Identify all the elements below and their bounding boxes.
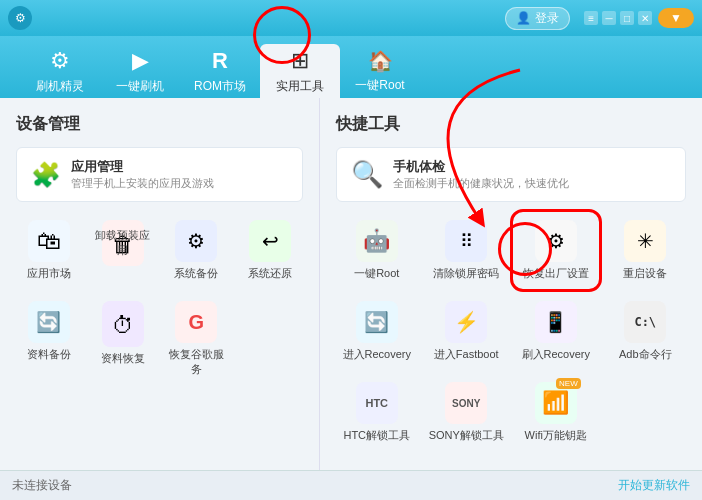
maximize-button[interactable]: □ xyxy=(620,11,634,25)
icon-one-root[interactable]: 🤖 一键Root xyxy=(336,214,418,287)
restore-icon-box: ↩ xyxy=(249,220,291,262)
icon-uninstall[interactable]: 🗑 卸载预装应用 xyxy=(90,214,156,287)
health-title: 手机体检 xyxy=(393,158,569,176)
device-status: 未连接设备 xyxy=(12,477,72,494)
app-management-card[interactable]: 🧩 应用管理 管理手机上安装的应用及游戏 xyxy=(16,147,303,202)
main-content: 设备管理 🧩 应用管理 管理手机上安装的应用及游戏 🛍 应用市场 🗑 卸载预装应… xyxy=(0,98,702,470)
icon-factory-reset[interactable]: ⚙ 恢复出厂设置 xyxy=(515,214,597,287)
nav-item-one-click-root[interactable]: 🏠 一键Root xyxy=(340,44,420,98)
health-desc: 全面检测手机的健康状况，快速优化 xyxy=(393,176,569,191)
icon-data-restore[interactable]: ⏱ 资料恢复 xyxy=(90,295,156,383)
icon-enter-fastboot[interactable]: ⚡ 进入Fastboot xyxy=(426,295,508,368)
right-section-title: 快捷工具 xyxy=(336,114,686,135)
icon-enter-recovery[interactable]: 🔄 进入Recovery xyxy=(336,295,418,368)
health-icon: 🔍 xyxy=(351,159,383,190)
icon-sys-restore[interactable]: ↩ 系统还原 xyxy=(237,214,303,287)
nav-item-one-click-flash[interactable]: ▶ 一键刷机 xyxy=(100,44,180,98)
icon-htc-unlock[interactable]: HTC HTC解锁工具 xyxy=(336,376,418,449)
title-bar: ⚙ 👤 登录 ≡ ─ □ ✕ ▼ xyxy=(0,0,702,36)
icon-sys-backup[interactable]: ⚙ 系统备份 xyxy=(164,214,230,287)
adb-icon-box: C:\ xyxy=(624,301,666,343)
puzzle-icon: 🧩 xyxy=(31,161,61,189)
nav-item-practical-tools[interactable]: ⊞ 实用工具 xyxy=(260,44,340,98)
wifi-icon-box: 📶 NEW xyxy=(535,382,577,424)
window-controls: ≡ ─ □ ✕ xyxy=(584,11,652,25)
app-mgmt-title: 应用管理 xyxy=(71,158,214,176)
nav-bar: ⚙ 刷机精灵 ▶ 一键刷机 R ROM市场 ⊞ 实用工具 🏠 一键Root xyxy=(0,36,702,98)
app-mgmt-desc: 管理手机上安装的应用及游戏 xyxy=(71,176,214,191)
app-logo: ⚙ xyxy=(8,6,32,30)
root-icon-box: 🤖 xyxy=(356,220,398,262)
datasave-icon-box: 🔄 xyxy=(28,301,70,343)
icon-adb-cmd[interactable]: C:\ Adb命令行 xyxy=(605,295,687,368)
sony-icon-box: SONY xyxy=(445,382,487,424)
icon-lockscreen-clear[interactable]: ⠿ 清除锁屏密码 xyxy=(426,214,508,287)
icon-wifi-key[interactable]: 📶 NEW Wifi万能钥匙 xyxy=(515,376,597,449)
icon-flash-recovery[interactable]: 📱 刷入Recovery xyxy=(515,295,597,368)
minimize-button[interactable]: ─ xyxy=(602,11,616,25)
icon-reboot-device[interactable]: ✳ 重启设备 xyxy=(605,214,687,287)
reboot-icon-box: ✳ xyxy=(624,220,666,262)
status-bar: 未连接设备 开始更新软件 xyxy=(0,470,702,500)
title-bar-left: ⚙ xyxy=(8,6,32,30)
icon-appstore[interactable]: 🛍 应用市场 xyxy=(16,214,82,287)
left-section-title: 设备管理 xyxy=(16,114,303,135)
htc-icon-box: HTC xyxy=(356,382,398,424)
lockscreen-icon-box: ⠿ xyxy=(445,220,487,262)
login-button[interactable]: 👤 登录 xyxy=(505,7,570,30)
close-button[interactable]: ✕ xyxy=(638,11,652,25)
nav-item-rom-market[interactable]: R ROM市场 xyxy=(180,44,260,98)
right-panel: 快捷工具 🔍 手机体检 全面检测手机的健康状况，快速优化 🤖 一键Root ⠿ … xyxy=(320,98,702,470)
left-panel: 设备管理 🧩 应用管理 管理手机上安装的应用及游戏 🛍 应用市场 🗑 卸载预装应… xyxy=(0,98,320,470)
appstore-icon-box: 🛍 xyxy=(28,220,70,262)
factory-reset-icon-box: ⚙ xyxy=(535,220,577,262)
health-check-card[interactable]: 🔍 手机体检 全面检测手机的健康状况，快速优化 xyxy=(336,147,686,202)
icon-sony-unlock[interactable]: SONY SONY解锁工具 xyxy=(426,376,508,449)
google-icon-box: G xyxy=(175,301,217,343)
fastboot-icon-box: ⚡ xyxy=(445,301,487,343)
menu-button[interactable]: ≡ xyxy=(584,11,598,25)
update-action[interactable]: 开始更新软件 xyxy=(618,477,690,494)
left-icon-grid: 🛍 应用市场 🗑 卸载预装应用 ⚙ 系统备份 ↩ 系统还原 🔄 资料备份 xyxy=(16,214,303,383)
backup-icon-box: ⚙ xyxy=(175,220,217,262)
new-badge: NEW xyxy=(556,378,581,389)
download-button[interactable]: ▼ xyxy=(658,8,694,28)
icon-google-restore[interactable]: G 恢复谷歌服务 xyxy=(164,295,230,383)
nav-item-flash-expert[interactable]: ⚙ 刷机精灵 xyxy=(20,44,100,98)
title-bar-right: 👤 登录 ≡ ─ □ ✕ ▼ xyxy=(505,7,694,30)
flash-recovery-icon-box: 📱 xyxy=(535,301,577,343)
enter-recovery-icon-box: 🔄 xyxy=(356,301,398,343)
quick-tools-grid: 🤖 一键Root ⠿ 清除锁屏密码 ⚙ 恢复出厂设置 ✳ 重启设备 🔄 进入Re… xyxy=(336,214,686,449)
icon-data-backup[interactable]: 🔄 资料备份 xyxy=(16,295,82,383)
